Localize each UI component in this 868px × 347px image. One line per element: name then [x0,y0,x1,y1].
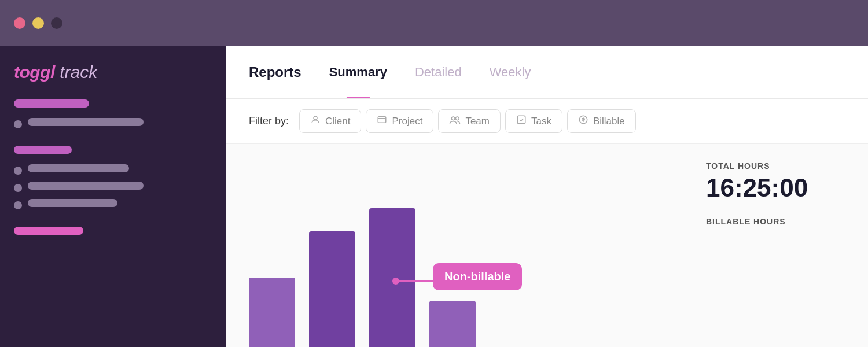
svg-point-2 [452,117,455,120]
title-bar [0,0,868,46]
header: Reports Summary Detailed Weekly [226,46,868,99]
tooltip-line [399,280,434,282]
total-hours-value: 16:25:00 [706,175,845,201]
project-icon [377,115,387,128]
stats-panel: TOTAL HOURS 16:25:00 BILLABLE HOURS [683,144,868,347]
sidebar-section-1 [14,99,212,112]
sidebar-circle-2 [14,120,22,128]
sidebar-bar-5[interactable] [28,182,144,190]
bar-group-1 [249,278,295,347]
chart-container: Non-billable [226,144,683,347]
tab-detailed[interactable]: Detailed [401,46,476,98]
filter-bar: Filter by: Client Project Team [226,99,868,144]
app-container: toggl track [0,46,868,347]
tab-reports[interactable]: Reports [249,46,315,98]
filter-chip-billable[interactable]: Billable [567,109,636,133]
chart-area: Non-billable TOTAL HOURS 16:25:00 BILLAB… [226,144,868,347]
team-icon [449,115,461,128]
filter-chip-team[interactable]: Team [438,109,501,133]
sidebar-circle-5 [14,184,22,192]
sidebar-section-3 [14,146,212,158]
filter-chip-billable-label: Billable [593,116,625,127]
billable-icon [578,115,589,128]
sidebar-circle-6 [14,201,22,209]
sidebar-row-2 [14,118,212,131]
filter-chip-project[interactable]: Project [366,109,433,133]
sidebar: toggl track [0,46,226,347]
filter-chip-client-label: Client [325,116,350,127]
sidebar-item-1[interactable] [14,99,89,108]
filter-chip-client[interactable]: Client [299,109,361,133]
chart-bar-1 [249,278,295,347]
svg-point-0 [314,116,317,120]
traffic-light-yellow[interactable] [32,17,44,29]
billable-hours-label: BILLABLE HOURS [706,217,845,226]
sidebar-bar-6[interactable] [28,199,117,207]
chart-bar-2 [309,231,355,347]
sidebar-row-6 [14,199,212,212]
logo: toggl track [14,62,212,82]
logo-toggl: toggl [14,62,55,82]
svg-point-3 [456,117,459,120]
sidebar-bar-2[interactable] [28,118,144,126]
total-hours-label: TOTAL HOURS [706,161,845,171]
bar-group-4 [429,301,476,347]
filter-chip-project-label: Project [392,116,422,127]
tooltip: Non-billable [433,263,522,290]
sidebar-row-4 [14,164,212,177]
svg-rect-1 [378,117,387,123]
sidebar-item-3[interactable] [14,146,72,154]
svg-rect-4 [517,116,525,124]
traffic-light-red[interactable] [14,17,25,29]
main-content: Reports Summary Detailed Weekly Filter b… [226,46,868,347]
sidebar-row-5 [14,182,212,194]
filter-chip-task[interactable]: Task [505,109,562,133]
sidebar-bar-4[interactable] [28,164,129,172]
tabs-row: Reports Summary Detailed Weekly [249,46,845,98]
logo-track: track [55,62,97,82]
filter-label: Filter by: [249,115,289,127]
chart-bar-3 [369,208,415,347]
bar-group-3: Non-billable [369,208,415,347]
task-icon [516,115,527,128]
sidebar-circle-4 [14,167,22,175]
bar-group-2 [309,231,355,347]
traffic-light-dark[interactable] [51,17,62,29]
tab-weekly[interactable]: Weekly [476,46,545,98]
tooltip-dot [392,278,399,285]
filter-chip-team-label: Team [465,116,490,127]
chart-bar-4 [429,301,476,347]
sidebar-item-bottom[interactable] [14,227,83,235]
tab-summary[interactable]: Summary [315,46,401,98]
sidebar-section-bottom [14,227,212,239]
client-icon [310,115,321,128]
filter-chip-task-label: Task [531,116,551,127]
